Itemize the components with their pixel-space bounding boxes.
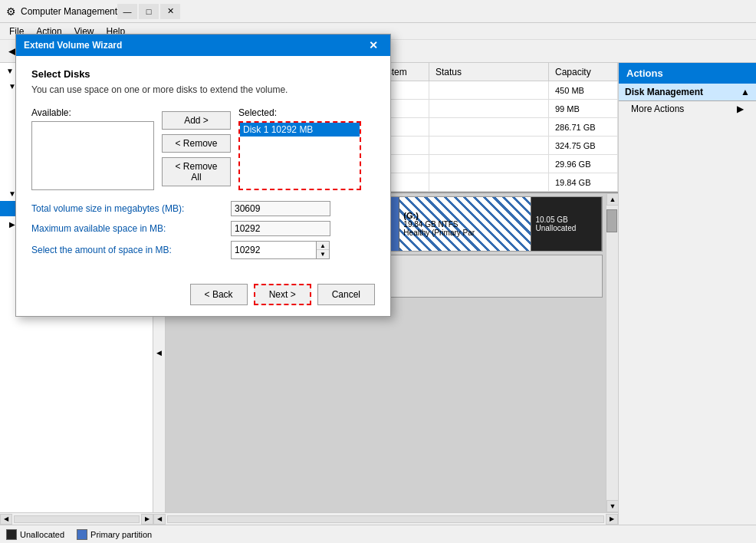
- dialog-overlay: Extend Volume Wizard ✕ Select Disks You …: [153, 63, 618, 525]
- spinner-buttons: ▲ ▼: [317, 241, 330, 259]
- field-value-max: 10292: [231, 221, 330, 236]
- field-value-total: 30609: [231, 201, 330, 216]
- field-label-total: Total volume size in megabytes (MB):: [153, 203, 231, 214]
- close-button[interactable]: ✕: [160, 4, 180, 19]
- minimize-button[interactable]: —: [117, 4, 137, 19]
- dialog-fields: Total volume size in megabytes (MB): 306…: [153, 201, 375, 259]
- transfer-buttons: Add > < Remove < Remove All: [162, 107, 231, 190]
- extend-volume-dialog: Extend Volume Wizard ✕ Select Disks You …: [153, 63, 391, 317]
- field-label-max: Maximum available space in MB:: [153, 223, 231, 234]
- app-title: Computer Management: [21, 6, 117, 17]
- window-controls: — □ ✕: [117, 4, 180, 19]
- selected-label: Selected:: [238, 107, 361, 118]
- available-listbox[interactable]: [153, 121, 154, 190]
- space-input[interactable]: [231, 241, 317, 259]
- dialog-subtitle: Select Disks: [153, 68, 375, 80]
- spinner-up[interactable]: ▲: [317, 242, 329, 250]
- next-button[interactable]: Next >: [254, 284, 311, 305]
- main-area: ▼ 🖥 Computer Management (Local ▼ 📁 Syste…: [0, 63, 756, 525]
- field-label-select: Select the amount of space in MB:: [153, 245, 231, 255]
- add-button[interactable]: Add >: [162, 111, 231, 130]
- field-row-max: Maximum available space in MB: 10292: [153, 221, 375, 236]
- dialog-footer: < Back Next > Cancel: [153, 276, 390, 316]
- available-section: Available:: [153, 107, 154, 190]
- dialog-body: Select Disks You can use space on one or…: [153, 63, 390, 276]
- select-disks-area: Available: Add > < Remove < Remove All S…: [153, 107, 375, 190]
- dialog-description: You can use space on one or more disks t…: [153, 84, 375, 95]
- selected-listbox[interactable]: Disk 1 10292 MB: [238, 121, 361, 190]
- space-spinner: ▲ ▼: [231, 241, 330, 259]
- right-area: Volume Layout Type File System Status Ca…: [153, 63, 618, 525]
- spinner-down[interactable]: ▼: [317, 250, 329, 258]
- field-row-total: Total volume size in megabytes (MB): 306…: [153, 201, 375, 216]
- cancel-button[interactable]: Cancel: [317, 284, 375, 305]
- remove-button[interactable]: < Remove: [162, 134, 231, 153]
- app-icon: ⚙: [6, 5, 16, 18]
- selected-disk-item[interactable]: Disk 1 10292 MB: [240, 123, 360, 137]
- selected-section: Selected: Disk 1 10292 MB: [238, 107, 361, 190]
- maximize-button[interactable]: □: [139, 4, 159, 19]
- remove-all-button[interactable]: < Remove All: [162, 157, 231, 186]
- available-label: Available:: [153, 107, 154, 118]
- field-row-select: Select the amount of space in MB: ▲ ▼: [153, 241, 375, 259]
- back-button[interactable]: < Back: [190, 284, 248, 305]
